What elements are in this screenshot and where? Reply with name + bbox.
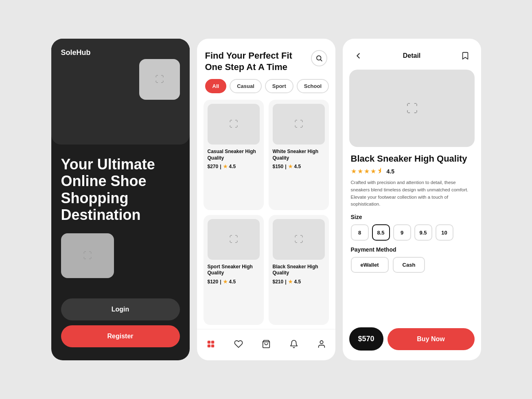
star-icon-3: ★: [223, 279, 228, 285]
bookmark-button[interactable]: [458, 48, 473, 63]
star-icon-2: ★: [288, 164, 293, 169]
product-img-icon-4: ⛶: [294, 234, 303, 245]
nav-home-button[interactable]: [203, 336, 219, 352]
svg-rect-2: [207, 341, 210, 344]
detail-title: Detail: [403, 52, 421, 59]
detail-header: Detail: [343, 39, 481, 70]
product-name-1: Casual Sneaker High Quality: [208, 149, 260, 161]
detail-img-icon: ⛶: [406, 102, 418, 115]
browse-header: Find Your Perfect Fit One Step At A Time: [197, 39, 335, 79]
app-logo: SoleHub: [51, 39, 190, 57]
screen-landing: SoleHub ⛶ Your Ultimate Online Shoe Shop…: [51, 39, 190, 360]
product-card-1[interactable]: ⛶ Casual Sneaker High Quality $270 | ★ 4…: [204, 100, 264, 210]
separator-3: |: [220, 279, 221, 285]
landing-top-section: SoleHub ⛶: [51, 39, 190, 145]
product-meta-2: $150 | ★ 4.5: [273, 164, 325, 169]
payment-cash-button[interactable]: Cash: [393, 257, 425, 273]
bell-icon: [289, 340, 298, 349]
svg-point-7: [320, 341, 323, 344]
back-icon: [354, 51, 363, 60]
product-card-2[interactable]: ⛶ White Sneaker High Quality $150 | ★ 4.…: [269, 100, 329, 210]
login-button[interactable]: Login: [61, 298, 180, 320]
svg-rect-3: [211, 341, 214, 344]
size-btn-9[interactable]: 9: [393, 224, 411, 241]
tab-casual[interactable]: Casual: [230, 79, 262, 93]
svg-rect-5: [211, 344, 214, 347]
svg-rect-4: [207, 344, 210, 347]
nav-wishlist-button[interactable]: [230, 336, 247, 352]
product-price-4: $210: [273, 279, 284, 285]
user-icon: [317, 340, 326, 349]
payment-method-label: Payment Method: [351, 246, 473, 253]
size-options: 8 8.5 9 9.5 10: [351, 224, 473, 241]
browse-title: Find Your Perfect Fit One Step At A Time: [205, 50, 295, 72]
detail-product-image: ⛶: [349, 70, 475, 147]
separator-2: |: [285, 164, 286, 169]
price-display-button[interactable]: $570: [349, 327, 383, 351]
search-icon: [315, 55, 323, 62]
tab-school[interactable]: School: [297, 79, 329, 93]
product-name-3: Sport Sneaker High Quality: [208, 264, 260, 276]
product-card-4[interactable]: ⛶ Black Sneaker High Quality $210 | ★ 4.…: [269, 215, 329, 325]
landing-content: Your Ultimate Online Shoe Shopping Desti…: [51, 145, 190, 298]
register-button[interactable]: Register: [61, 325, 180, 347]
tab-all[interactable]: All: [205, 79, 227, 93]
bottom-nav: [197, 329, 335, 360]
search-button[interactable]: [311, 50, 327, 66]
nav-cart-button[interactable]: [258, 336, 274, 352]
product-name-4: Black Sneaker High Quality: [273, 264, 325, 276]
detail-description: Crafted with precision and attention to …: [351, 179, 473, 208]
nav-notifications-button[interactable]: [286, 336, 302, 352]
size-btn-8-5[interactable]: 8.5: [372, 224, 390, 241]
product-rating-4: 4.5: [294, 279, 301, 285]
product-price-1: $270: [208, 164, 219, 169]
detail-rating-score: 4.5: [387, 168, 394, 175]
product-rating-1: 4.5: [229, 164, 236, 169]
star-5: ⯨: [377, 167, 383, 175]
size-btn-8[interactable]: 8: [351, 224, 369, 241]
star-2: ★: [357, 167, 363, 175]
product-image-2: ⛶: [273, 104, 325, 145]
screen-browse: Find Your Perfect Fit One Step At A Time…: [197, 39, 335, 360]
nav-profile-button[interactable]: [313, 336, 330, 352]
product-img-icon-1: ⛶: [229, 119, 238, 129]
product-grid: ⛶ Casual Sneaker High Quality $270 | ★ 4…: [197, 100, 335, 325]
bookmark-icon: [461, 51, 470, 60]
back-button[interactable]: [351, 48, 366, 63]
tab-sport[interactable]: Sport: [265, 79, 293, 93]
product-rating-2: 4.5: [294, 164, 301, 169]
stars-display: ★ ★ ★ ★ ⯨: [351, 167, 383, 175]
product-meta-4: $210 | ★ 4.5: [273, 279, 325, 285]
product-image-4: ⛶: [273, 219, 325, 260]
svg-line-1: [320, 59, 322, 61]
detail-rating: ★ ★ ★ ★ ⯨ 4.5: [351, 167, 473, 175]
detail-content: Black Sneaker High Quality ★ ★ ★ ★ ⯨ 4.5…: [343, 153, 481, 327]
hero-image-placeholder: ⛶: [139, 59, 180, 100]
product-card-3[interactable]: ⛶ Sport Sneaker High Quality $120 | ★ 4.…: [204, 215, 264, 325]
heart-icon: [234, 340, 243, 349]
product-img-icon-3: ⛶: [229, 234, 238, 245]
detail-product-name: Black Sneaker High Quality: [351, 153, 473, 164]
separator-4: |: [285, 279, 286, 285]
product-price-3: $120: [208, 279, 219, 285]
separator-1: |: [220, 164, 221, 169]
payment-ewallet-button[interactable]: eWallet: [351, 257, 389, 273]
star-4: ★: [370, 167, 376, 175]
image-icon: ⛶: [155, 74, 164, 85]
size-btn-10[interactable]: 10: [436, 224, 453, 241]
star-icon-1: ★: [223, 164, 228, 169]
landing-buttons: Login Register: [51, 298, 190, 360]
star-1: ★: [351, 167, 357, 175]
screen-detail: Detail ⛶ Black Sneaker High Quality ★ ★ …: [343, 39, 481, 360]
product-image-3: ⛶: [208, 219, 260, 260]
size-btn-9-5[interactable]: 9.5: [414, 224, 432, 241]
star-3: ★: [364, 167, 370, 175]
product-meta-1: $270 | ★ 4.5: [208, 164, 260, 169]
landing-headline: Your Ultimate Online Shoe Shopping Desti…: [61, 156, 180, 224]
product-name-2: White Sneaker High Quality: [273, 149, 325, 161]
detail-footer: $570 Buy Now: [343, 327, 481, 360]
product-price-2: $150: [273, 164, 284, 169]
product-image-1: ⛶: [208, 104, 260, 145]
image-icon-2: ⛶: [83, 250, 92, 261]
buy-now-button[interactable]: Buy Now: [388, 328, 475, 350]
